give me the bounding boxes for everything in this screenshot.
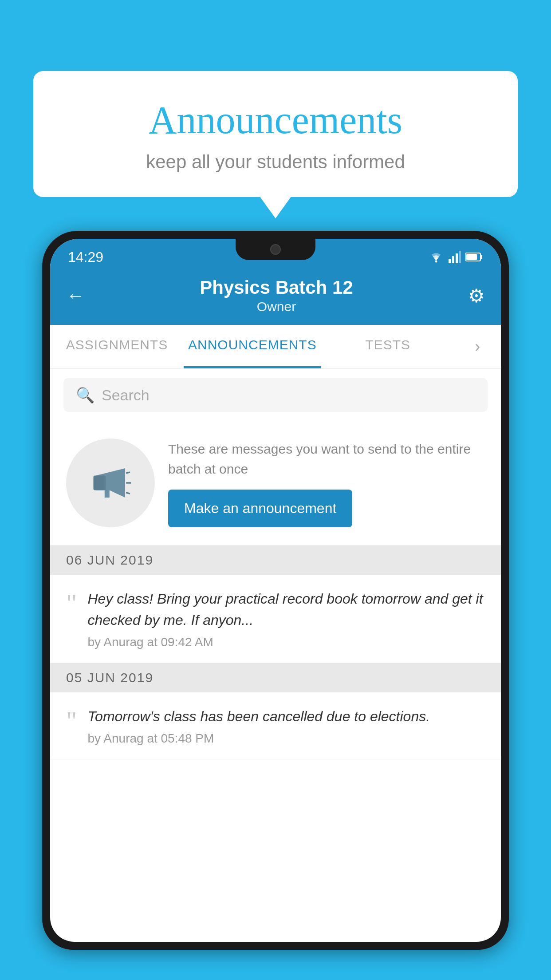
- date-label-2: 05 JUN 2019: [66, 670, 153, 685]
- announcement-text-1: Hey class! Bring your practical record b…: [88, 588, 485, 631]
- search-bar[interactable]: 🔍 Search: [63, 378, 488, 412]
- megaphone-icon: [86, 458, 135, 507]
- quote-icon-2: ": [66, 707, 77, 746]
- announcement-item-2[interactable]: " Tomorrow's class has been cancelled du…: [50, 692, 501, 759]
- announcement-meta-1: by Anurag at 09:42 AM: [88, 635, 485, 649]
- svg-rect-4: [459, 251, 461, 263]
- phone-notch: [236, 239, 315, 260]
- svg-rect-3: [456, 253, 458, 263]
- phone-mockup: 14:29: [42, 231, 509, 980]
- announcement-content-2: Tomorrow's class has been cancelled due …: [88, 706, 485, 746]
- speech-bubble-container: Announcements keep all your students inf…: [33, 71, 518, 197]
- speech-bubble-subtitle: keep all your students informed: [55, 151, 496, 173]
- phone-camera: [270, 244, 281, 255]
- header-title: Physics Batch 12: [85, 277, 468, 298]
- speech-bubble-title: Announcements: [55, 98, 496, 142]
- announcement-icon-circle: [66, 439, 155, 527]
- announcement-meta-2: by Anurag at 05:48 PM: [88, 731, 485, 746]
- phone-outer: 14:29: [42, 231, 509, 950]
- svg-point-0: [435, 261, 437, 263]
- header-subtitle: Owner: [85, 299, 468, 314]
- date-label-1: 06 JUN 2019: [66, 553, 153, 568]
- header-title-block: Physics Batch 12 Owner: [85, 277, 468, 314]
- settings-button[interactable]: ⚙: [468, 285, 485, 307]
- promo-right: These are messages you want to send to t…: [168, 439, 485, 527]
- announcement-content-1: Hey class! Bring your practical record b…: [88, 588, 485, 649]
- date-separator-2: 05 JUN 2019: [50, 663, 501, 692]
- battery-icon: [465, 252, 483, 262]
- wifi-icon: [428, 251, 444, 263]
- search-container: 🔍 Search: [50, 369, 501, 421]
- tab-tests[interactable]: TESTS: [321, 325, 455, 368]
- search-icon: 🔍: [76, 386, 94, 404]
- svg-line-10: [126, 472, 130, 473]
- svg-line-12: [126, 493, 130, 494]
- promo-description: These are messages you want to send to t…: [168, 439, 485, 479]
- signal-icon: [449, 251, 461, 263]
- make-announcement-button[interactable]: Make an announcement: [168, 490, 352, 527]
- date-separator-1: 06 JUN 2019: [50, 545, 501, 575]
- quote-icon-1: ": [66, 590, 77, 649]
- promo-section: These are messages you want to send to t…: [50, 421, 501, 545]
- tab-announcements[interactable]: ANNOUNCEMENTS: [184, 325, 321, 368]
- tab-assignments[interactable]: ASSIGNMENTS: [50, 325, 184, 368]
- svg-rect-2: [452, 256, 454, 263]
- announcement-text-2: Tomorrow's class has been cancelled due …: [88, 706, 485, 727]
- status-icons: [428, 251, 483, 263]
- svg-rect-7: [466, 254, 477, 260]
- back-button[interactable]: ←: [66, 285, 85, 306]
- tabs-bar: ASSIGNMENTS ANNOUNCEMENTS TESTS ›: [50, 325, 501, 369]
- svg-rect-1: [449, 259, 451, 263]
- svg-rect-9: [94, 476, 106, 490]
- app-header: ← Physics Batch 12 Owner ⚙: [50, 270, 501, 325]
- announcement-item-1[interactable]: " Hey class! Bring your practical record…: [50, 575, 501, 663]
- tab-more[interactable]: ›: [455, 325, 501, 368]
- status-time: 14:29: [68, 249, 103, 265]
- phone-screen: 14:29: [50, 239, 501, 942]
- search-placeholder: Search: [102, 387, 150, 404]
- svg-rect-6: [480, 255, 482, 259]
- speech-bubble: Announcements keep all your students inf…: [33, 71, 518, 197]
